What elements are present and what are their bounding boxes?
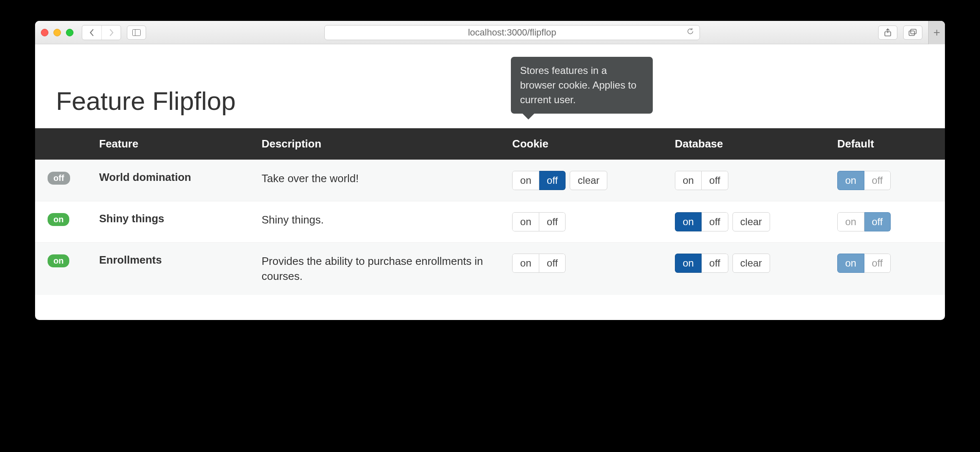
chevron-left-icon [89,29,95,36]
col-database-header: Database [667,128,829,160]
status-badge: on [48,213,69,226]
tooltip-text: Stores features in a browser cookie. App… [520,65,636,105]
maximize-window-button[interactable] [66,29,73,36]
database-controls: on off [675,171,821,190]
chevron-right-icon [109,29,114,36]
reload-button[interactable] [686,27,695,38]
cookie-off-button[interactable]: off [539,212,566,231]
default-off-button[interactable]: off [864,171,891,190]
url-text: localhost:3000/flipflop [468,27,556,38]
database-off-button[interactable]: off [702,254,728,273]
new-tab-button[interactable]: + [928,21,945,44]
address-bar[interactable]: localhost:3000/flipflop [324,25,700,40]
cookie-controls: on off [512,212,658,231]
database-off-button[interactable]: off [702,212,728,231]
reload-icon [686,27,695,36]
svg-rect-4 [911,29,916,34]
cookie-tooltip: Stores features in a browser cookie. App… [511,57,653,114]
database-controls: on off clear [675,212,821,231]
default-on-button[interactable]: on [837,212,864,231]
database-off-button[interactable]: off [702,171,728,190]
feature-description: Provides the ability to purchase enrollm… [262,255,483,282]
status-badge: on [48,254,69,267]
svg-rect-0 [133,29,141,36]
database-on-button[interactable]: on [675,254,702,273]
tabs-icon [909,29,917,36]
traffic-lights [41,29,73,36]
cookie-off-button[interactable]: off [539,254,566,273]
nav-buttons [82,25,121,40]
default-controls: on off [837,254,937,273]
close-window-button[interactable] [41,29,48,36]
col-cookie-header: Cookie [504,128,666,160]
page-title: Feature Flipflop [35,61,945,128]
page-content: Stores features in a browser cookie. App… [35,44,945,320]
cookie-controls: on off clear [512,171,658,190]
database-on-button[interactable]: on [675,171,702,190]
col-description-header: Description [253,128,504,160]
status-badge: off [48,172,70,185]
right-controls: + [878,21,939,44]
database-clear-button[interactable]: clear [732,254,770,273]
default-on-button[interactable]: on [837,171,864,190]
col-status-header [35,128,91,160]
share-button[interactable] [878,25,897,40]
table-row: on Shiny things Shiny things. on off [35,201,945,243]
cookie-controls: on off [512,254,658,273]
default-controls: on off [837,212,937,231]
database-controls: on off clear [675,254,821,273]
default-off-button[interactable]: off [864,212,891,231]
back-button[interactable] [82,25,101,40]
col-feature-header: Feature [91,128,253,160]
cookie-on-button[interactable]: on [512,254,539,273]
feature-name: Enrollments [99,254,162,266]
feature-description: Shiny things. [262,213,324,226]
cookie-off-button[interactable]: off [539,171,566,190]
minimize-window-button[interactable] [53,29,61,36]
feature-description: Take over the world! [262,172,359,185]
database-on-button[interactable]: on [675,212,702,231]
feature-table: Feature Description Cookie Database Defa… [35,128,945,295]
feature-name: World domination [99,171,191,183]
cookie-on-button[interactable]: on [512,171,539,190]
table-row: on Enrollments Provides the ability to p… [35,243,945,295]
sidebar-icon [132,29,141,36]
tabs-button[interactable] [903,25,922,40]
table-row: off World domination Take over the world… [35,160,945,201]
plus-icon: + [933,26,940,39]
feature-name: Shiny things [99,212,164,225]
browser-chrome: localhost:3000/flipflop + [35,21,945,44]
svg-rect-3 [909,31,914,36]
forward-button[interactable] [101,25,121,40]
cookie-clear-button[interactable]: clear [570,171,607,190]
sidebar-toggle-button[interactable] [127,25,146,40]
browser-window: localhost:3000/flipflop + Stores feature… [35,21,945,320]
default-on-button[interactable]: on [837,254,864,273]
database-clear-button[interactable]: clear [732,212,770,231]
col-default-header: Default [829,128,945,160]
default-controls: on off [837,171,937,190]
default-off-button[interactable]: off [864,254,891,273]
share-icon [884,28,892,37]
cookie-on-button[interactable]: on [512,212,539,231]
address-bar-wrap: localhost:3000/flipflop [146,25,878,40]
